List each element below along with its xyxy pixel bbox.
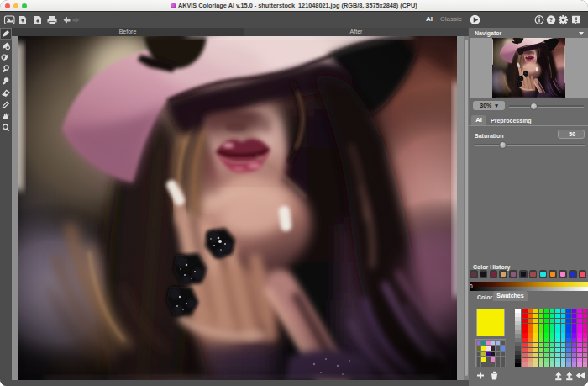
svg-text:?: ? [549, 16, 554, 24]
